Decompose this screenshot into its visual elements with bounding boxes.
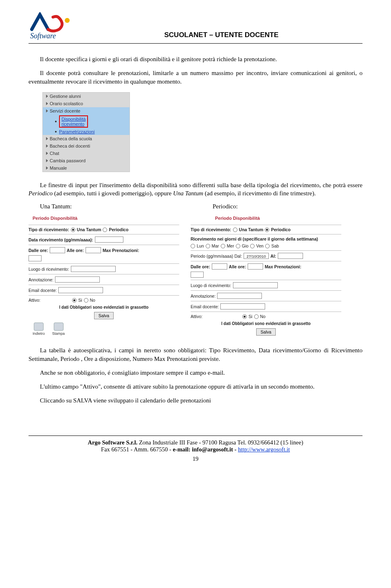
chevron-right-icon — [46, 152, 48, 155]
paragraph-7: Cliccando su SALVA viene sviluppato il c… — [29, 396, 362, 405]
indietro-button: Indietro — [33, 323, 45, 336]
paragraph-6: L'ultimo campo "Attivo", consente di att… — [29, 382, 362, 391]
row-data: Data ricevimento (gg/mm/aaaa): — [29, 237, 179, 243]
input-max — [29, 255, 42, 261]
input-dal: 27/10/2010 — [244, 253, 269, 259]
form-periodico: Periodo Disponibilità Tipo di riceviment… — [191, 214, 341, 336]
radio-periodico — [265, 228, 269, 232]
row-email: Email docente: — [29, 287, 179, 293]
svg-text:Software: Software — [30, 32, 56, 40]
svg-point-0 — [65, 18, 70, 23]
forms-row: Periodo Disponibilità Tipo di riceviment… — [29, 214, 362, 336]
input-luogo — [71, 266, 116, 272]
bullet-icon — [55, 121, 57, 122]
nav-chat: Chat — [43, 150, 130, 157]
col-left-label: Una Tantum: — [29, 203, 190, 210]
nav-servizi-docente: Servizi docente — [43, 107, 130, 115]
row-ore: Dalle ore: Alle ore: Max Prenotazioni: — [29, 247, 179, 253]
nav-manuale: Manuale — [43, 164, 130, 172]
chevron-right-icon — [46, 159, 48, 162]
row-ore: Dalle ore: Alle ore: Max Prenotazioni: — [191, 263, 341, 270]
col-right-label: Periodico: — [201, 203, 362, 210]
footer-link[interactable]: http://www.argosoft.it — [238, 446, 290, 453]
footer-email: e-mail: info@argosoft.it - — [173, 446, 238, 453]
input-email — [58, 287, 103, 293]
nav-bacheca-docenti: Bacheca dei docenti — [43, 142, 130, 150]
page-number: 19 — [29, 455, 362, 462]
chevron-right-icon — [46, 109, 48, 113]
paragraph-2: Il docente potrà consultare le prenotazi… — [29, 69, 362, 86]
radio-mar — [206, 244, 210, 248]
argo-software-logo: Software — [29, 12, 75, 41]
nav-orario: Orario scolastico — [43, 100, 130, 107]
bullet-icon — [55, 131, 57, 133]
radio-una-tantum — [233, 228, 237, 232]
row-tipo: Tipo di ricevimento: Una Tantum Periodic… — [191, 227, 341, 232]
row-email: Email docente: — [191, 303, 341, 309]
input-email — [220, 303, 265, 309]
footer-company: Argo Software S.r.l. — [88, 439, 137, 446]
row-attivo: Attivo: Si No — [191, 314, 341, 319]
row-annot: Annotazione: — [29, 276, 179, 283]
note-obbligatori: I dati Obbligatori sono evidenziati in g… — [29, 305, 179, 309]
input-dalle — [50, 247, 65, 253]
input-data — [95, 237, 123, 243]
footer-fax: Fax 667551 - Amm. 667550 - — [101, 446, 173, 453]
header-title: SCUOLANET – UTENTE DOCENTE — [80, 31, 362, 41]
radio-ven — [250, 244, 255, 248]
paragraph-3: Le finestre di input per l'inserimento d… — [29, 181, 362, 198]
form-una-tantum: Periodo Disponibilità Tipo di riceviment… — [29, 214, 179, 336]
input-alle — [248, 263, 263, 270]
stampa-button: Stampa — [52, 323, 65, 336]
salva-button: Salva — [94, 312, 114, 319]
input-alle — [86, 247, 101, 253]
radio-si — [242, 314, 247, 319]
form-title: Periodo Disponibilità — [215, 216, 341, 221]
input-max — [191, 272, 204, 278]
row-attivo: Attivo: Si No — [29, 298, 179, 303]
nav-bacheca-scuola: Bacheca della scuola — [43, 135, 130, 142]
radio-lun — [191, 244, 195, 248]
row-giorni: Lun Mar Mer Gio Ven Sab — [191, 243, 341, 248]
chevron-right-icon — [46, 95, 48, 98]
nav-cambia-password: Cambia password — [43, 157, 130, 164]
row-periodo: Periodo (gg/mm/aaaa) Dal: 27/10/2010 Al: — [191, 253, 341, 259]
radio-una-tantum — [71, 228, 75, 232]
chevron-right-icon — [46, 102, 48, 105]
paragraph-1: Il docente specifica i giorni e gli orar… — [29, 55, 362, 63]
nav-panel-screenshot: Gestione alunni Orario scolastico Serviz… — [42, 92, 130, 172]
nav-sub-disponibilita: Disponibilità ricevimento — [43, 115, 130, 128]
note-obbligatori: I dati Obbligatori sono evidenziati in g… — [191, 321, 341, 326]
nav-gestione-alunni: Gestione alunni — [43, 93, 130, 100]
input-annot — [55, 276, 100, 283]
highlight-box: Disponibilità ricevimento — [59, 115, 88, 128]
row-luogo: Luogo di ricevimento: — [29, 266, 179, 272]
footer-address: Zona Industriale III Fase - 97100 Ragusa… — [138, 439, 303, 446]
row-luogo: Luogo di ricevimento: — [191, 282, 341, 288]
chevron-right-icon — [46, 144, 48, 148]
input-annot — [217, 293, 262, 299]
radio-sab — [265, 244, 270, 248]
input-dalle — [212, 263, 227, 270]
salva-button: Salva — [256, 328, 276, 336]
radio-periodico — [103, 228, 107, 232]
paragraph-4: La tabella è autoesplicativa, i campi in… — [29, 346, 362, 363]
page-footer: Argo Software S.r.l. Zona Industriale II… — [29, 435, 362, 453]
page-header: Software SCUOLANET – UTENTE DOCENTE — [29, 12, 362, 44]
chevron-right-icon — [46, 166, 48, 170]
row-giorni-label: Ricevimento nei giorni di (specificare i… — [191, 237, 341, 241]
radio-no — [254, 314, 259, 319]
row-tipo: Tipo di ricevimento: Una Tantum Periodic… — [29, 227, 179, 232]
radio-gio — [236, 244, 240, 248]
icon-bar: Indietro Stampa — [29, 323, 179, 336]
radio-si — [72, 298, 77, 303]
row-annot: Annotazione: — [191, 293, 341, 299]
radio-mer — [221, 244, 225, 248]
input-al — [278, 253, 303, 259]
paragraph-5: Anche se non obbligatorio, é consigliato… — [29, 369, 362, 377]
form-title: Periodo Disponibilità — [33, 216, 179, 221]
chevron-right-icon — [46, 137, 48, 140]
back-icon — [34, 323, 44, 331]
radio-no — [84, 298, 88, 303]
nav-sub-parametrizzazioni: Parametrizzazioni — [43, 128, 130, 135]
